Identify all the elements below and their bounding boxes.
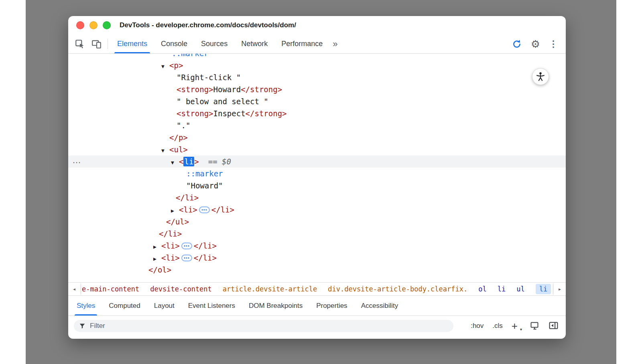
inspect-icon[interactable]	[75, 39, 85, 49]
minimize-button[interactable]	[89, 21, 98, 29]
code-token: "."	[177, 121, 190, 130]
code-token: ::marker	[186, 169, 223, 178]
tab-sources[interactable]: Sources	[194, 34, 234, 53]
dom-tree-node[interactable]: </p>	[68, 131, 566, 144]
dom-tree-node[interactable]: ▶<li>•••</li>	[68, 252, 566, 264]
device-toolbar-icon[interactable]	[91, 39, 102, 49]
code-token: " below and select "	[177, 97, 268, 106]
breadcrumb-item[interactable]: devsite-content	[150, 285, 212, 293]
code-token: </li>	[159, 229, 182, 238]
code-token: </li>	[194, 253, 217, 262]
dom-tree-node[interactable]: ::marker	[68, 168, 566, 180]
dom-tree-node[interactable]: </ol>	[68, 264, 566, 276]
code-token: <p>	[169, 61, 183, 70]
dom-tree-node[interactable]: …▼<li> == $0	[68, 156, 566, 168]
element-classes-button[interactable]: .cls	[492, 322, 503, 330]
dom-tree-node[interactable]: <strong>Inspect</strong>	[68, 107, 566, 119]
dom-tree-node[interactable]: ::marker	[68, 54, 566, 59]
code-token: </li>	[211, 205, 234, 214]
code-token: >	[194, 157, 199, 166]
disclosure-triangle-icon[interactable]: ▼	[161, 145, 169, 157]
disclosure-triangle-icon[interactable]: ▶	[171, 205, 179, 217]
tab-styles[interactable]: Styles	[70, 296, 102, 315]
code-token: <ul>	[169, 145, 188, 154]
tab-computed[interactable]: Computed	[102, 296, 147, 315]
sync-icon[interactable]	[512, 39, 522, 49]
disclosure-triangle-icon[interactable]: ▶	[153, 241, 161, 253]
toggle-element-state-button[interactable]: :hov	[471, 322, 484, 330]
collapsed-content-icon[interactable]: •••	[199, 206, 210, 213]
code-token: ::marker	[172, 54, 209, 58]
dom-tree-node[interactable]: "Howard"	[68, 180, 566, 192]
code-token: <li>	[161, 241, 180, 250]
display-icon[interactable]	[530, 321, 540, 331]
breadcrumb-item[interactable]: div.devsite-article-body.clearfix.	[328, 285, 467, 293]
settings-gear-icon[interactable]: ⚙	[531, 39, 540, 49]
tab-event-listeners[interactable]: Event Listeners	[181, 296, 242, 315]
dom-tree-node[interactable]: </li>	[68, 192, 566, 204]
code-token: <	[179, 157, 183, 166]
disclosure-triangle-icon[interactable]: ▼	[161, 61, 169, 73]
breadcrumb-scroll-right-icon[interactable]: ▸	[554, 283, 566, 295]
dom-tree-node[interactable]: ▶<li>•••</li>	[68, 240, 566, 252]
titlebar: DevTools - developer.chrome.com/docs/dev…	[68, 16, 566, 34]
new-style-rule-button[interactable]: + ▾	[512, 321, 521, 331]
code-token: "Howard"	[186, 181, 223, 190]
code-token: Howard	[213, 85, 241, 94]
close-button[interactable]	[76, 21, 84, 29]
code-token: <strong>	[177, 85, 213, 94]
tab-layout[interactable]: Layout	[147, 296, 181, 315]
more-tabs-chevron-icon[interactable]: »	[329, 34, 341, 53]
disclosure-triangle-icon[interactable]: ▼	[171, 157, 179, 169]
dom-tree-node[interactable]: ▶<li>•••</li>	[68, 204, 566, 216]
kebab-menu-icon[interactable]: ⋮	[549, 40, 558, 49]
code-token	[199, 157, 208, 166]
panel-tabs: ElementsConsoleSourcesNetworkPerformance	[110, 34, 329, 53]
sidebar-tabs: StylesComputedLayoutEvent ListenersDOM B…	[68, 296, 566, 316]
collapsed-content-icon[interactable]: •••	[181, 255, 192, 261]
tab-accessibility[interactable]: Accessibility	[354, 296, 405, 315]
dom-tree-node[interactable]: "Right-click "	[68, 71, 566, 83]
code-token: <li>	[179, 205, 197, 214]
zoom-button[interactable]	[103, 21, 111, 29]
breadcrumb-item[interactable]: ul	[516, 285, 524, 293]
tab-console[interactable]: Console	[154, 34, 194, 53]
code-token: </strong>	[246, 109, 287, 118]
code-token: </ul>	[166, 217, 189, 226]
breadcrumb-bar: ◂ e-main-contentdevsite-contentarticle.d…	[68, 282, 566, 296]
code-token: <strong>	[177, 109, 213, 118]
code-token: "Right-click "	[177, 73, 241, 82]
dom-tree-node[interactable]: </li>	[68, 228, 566, 240]
tab-properties[interactable]: Properties	[309, 296, 354, 315]
plus-icon: +	[512, 320, 518, 332]
filter-funnel-icon	[79, 322, 86, 330]
tab-dom-breakpoints[interactable]: DOM Breakpoints	[242, 296, 309, 315]
collapsed-content-icon[interactable]: •••	[181, 243, 192, 249]
code-token: </li>	[176, 193, 199, 202]
dom-tree-node[interactable]: </ul>	[68, 216, 566, 228]
breadcrumb-scroll-left-icon[interactable]: ◂	[68, 283, 80, 295]
styles-filter-bar: :hov .cls + ▾	[68, 316, 566, 339]
filter-input[interactable]	[90, 322, 449, 330]
breadcrumb-item[interactable]: li	[498, 285, 506, 293]
tab-network[interactable]: Network	[234, 34, 274, 53]
node-menu-icon[interactable]: …	[72, 154, 81, 166]
window-title: DevTools - developer.chrome.com/docs/dev…	[120, 21, 296, 29]
dom-tree: ::marker▼<p>"Right-click "<strong>Howard…	[68, 54, 566, 282]
dom-tree-node[interactable]: "."	[68, 119, 566, 131]
sidebar-toggle-icon[interactable]	[549, 321, 559, 331]
breadcrumb-item[interactable]: e-main-content	[82, 285, 139, 293]
dom-tree-node[interactable]: " below and select "	[68, 95, 566, 107]
dom-tree-node[interactable]: ▼<ul>	[68, 144, 566, 156]
breadcrumb-item[interactable]: li	[536, 284, 551, 294]
tab-performance[interactable]: Performance	[274, 34, 329, 53]
disclosure-triangle-icon[interactable]: ▶	[153, 253, 161, 265]
dom-tree-node[interactable]: <strong>Howard</strong>	[68, 83, 566, 95]
breadcrumb-item[interactable]: ol	[478, 285, 486, 293]
breadcrumb-item[interactable]: article.devsite-article	[223, 285, 317, 293]
filter-field[interactable]	[74, 320, 453, 332]
code-token: </li>	[194, 241, 217, 250]
dom-tree-node[interactable]: ▼<p>	[68, 59, 566, 71]
tab-elements[interactable]: Elements	[110, 34, 154, 53]
code-token: li	[183, 157, 194, 166]
